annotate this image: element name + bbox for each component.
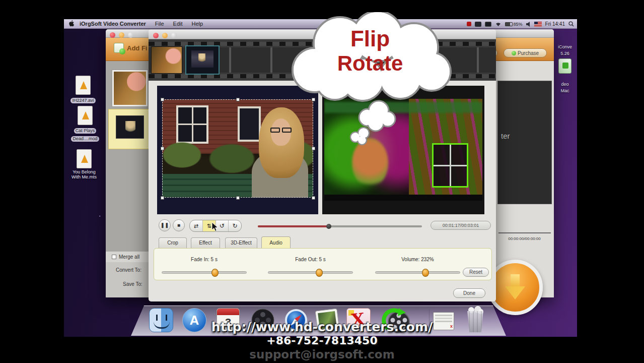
- file-list-item-2-selected[interactable]: [108, 109, 151, 149]
- reset-button[interactable]: Reset: [463, 268, 489, 277]
- thought-bubble-small: [348, 126, 374, 146]
- battery-percent: 85%: [514, 22, 523, 27]
- selection-handle-ml[interactable]: [161, 147, 164, 150]
- rotate-cw-button[interactable]: ↻: [229, 220, 241, 231]
- tab-crop[interactable]: Crop: [159, 237, 187, 248]
- menu-file[interactable]: File: [151, 21, 169, 27]
- menu-app-name[interactable]: iOrgSoft Video Converter: [79, 21, 151, 27]
- add-file-button[interactable]: Add Fi: [114, 43, 147, 53]
- fade-in-slider[interactable]: [162, 271, 247, 274]
- volume-icon[interactable]: [526, 22, 531, 27]
- video-file-icon: [78, 106, 93, 125]
- promo-url: http://www.hd-converters.com/: [0, 320, 644, 334]
- flip-rotate-callout: Flip Rotate: [287, 12, 453, 103]
- video-frame: iOrgSoft Video Converter File Edit Help …: [0, 0, 644, 363]
- selection-handle-bm[interactable]: [236, 196, 240, 200]
- clip-thumbnail-1[interactable]: [151, 46, 182, 74]
- merge-label: Merge all: [119, 254, 139, 260]
- file-thumbnail: [116, 115, 144, 139]
- spotlight-icon[interactable]: [568, 21, 574, 27]
- menu-help[interactable]: Help: [187, 21, 208, 27]
- close-button[interactable]: [110, 32, 115, 38]
- selection-handle-br[interactable]: [312, 196, 315, 200]
- save-to-label: Save To:: [123, 281, 142, 287]
- desktop-icon-label: iConve: [553, 44, 577, 50]
- flipped-window: [432, 143, 468, 188]
- menu-clock[interactable]: Fri 14:41: [545, 21, 565, 27]
- fade-out-label: Fade Out: 5 s: [268, 257, 353, 262]
- zoom-button[interactable]: [171, 33, 177, 38]
- main-seek-slider[interactable]: [498, 232, 551, 233]
- fade-in-label: Fade In: 5 s: [162, 257, 247, 262]
- convert-to-label: Convert To:: [116, 267, 141, 273]
- desktop-icon-converter-dmg[interactable]: iConve 5.26: [553, 43, 577, 74]
- file-list-item-1[interactable]: [112, 70, 148, 107]
- battery-indicator[interactable]: 85%: [505, 22, 523, 27]
- desktop-icon-video-mac[interactable]: deo Mac: [553, 81, 577, 94]
- volume-slider[interactable]: [375, 271, 460, 274]
- selection-handle-tl[interactable]: [161, 98, 164, 101]
- selection-handle-tm[interactable]: [236, 98, 240, 101]
- tab-3d-effect[interactable]: 3D-Effect: [225, 237, 257, 248]
- fade-out-slider[interactable]: [268, 271, 353, 274]
- selection-handle-bl[interactable]: [161, 196, 164, 200]
- stop-button[interactable]: ■: [173, 219, 185, 231]
- watermark-text: ter: [501, 132, 510, 140]
- purchase-button[interactable]: Purchase: [504, 48, 547, 57]
- add-file-label: Add Fi: [127, 44, 147, 52]
- clip-thumbnail-2-selected[interactable]: [185, 45, 220, 75]
- playback-progress-track[interactable]: [258, 225, 422, 227]
- output-settings-strip: Convert To: Save To:: [106, 262, 152, 297]
- desktop-icon-label2: With Me.mts: [68, 174, 100, 180]
- apple-menu-icon[interactable]: [64, 20, 79, 28]
- playback-progress-fill: [258, 225, 329, 227]
- fade-out-knob[interactable]: [316, 269, 323, 277]
- flip-horizontal-button[interactable]: ⇄: [190, 220, 203, 231]
- tab-audio-active[interactable]: Audio: [261, 236, 291, 248]
- purchase-cart-icon: [512, 51, 516, 55]
- desktop-icon-label: deo: [553, 82, 577, 87]
- playback-progress-knob[interactable]: [326, 224, 331, 229]
- promo-phone: +86-752-7813450: [0, 334, 644, 347]
- volume-knob[interactable]: [422, 269, 429, 277]
- close-button[interactable]: [153, 33, 159, 38]
- menu-extra-icon[interactable]: [475, 22, 481, 27]
- file-thumbnail: [114, 72, 146, 105]
- selection-handle-mr[interactable]: [312, 147, 315, 150]
- source-preview-pane: [157, 86, 318, 214]
- desktop-icon-cat-plays[interactable]: Cat Plays Dead....mod: [69, 106, 101, 142]
- wifi-icon[interactable]: [495, 22, 502, 27]
- video-file-icon: [76, 76, 91, 95]
- tab-effect[interactable]: Effect: [191, 237, 220, 248]
- menu-extra2-icon[interactable]: [485, 22, 491, 27]
- input-language-flag-icon[interactable]: [534, 22, 542, 27]
- callout-text: Flip Rotate: [305, 26, 436, 76]
- battery-icon: [505, 22, 513, 26]
- audio-panel: Fade In: 5 s Fade Out: 5 s Volume: 232% …: [154, 248, 492, 280]
- desktop-icon-label2: Dead....mod: [71, 136, 99, 142]
- desktop-icon-you-belong[interactable]: You Belong With Me.mts: [68, 149, 100, 180]
- fade-in-knob[interactable]: [211, 269, 219, 277]
- done-button[interactable]: Done: [453, 288, 485, 298]
- video-file-icon: [77, 149, 92, 168]
- callout-line1: Flip: [305, 26, 436, 51]
- main-preview-screen: ter: [497, 81, 552, 204]
- record-status-icon[interactable]: [467, 22, 471, 26]
- desktop-icon-label: IH2247.avi: [70, 98, 95, 103]
- output-video-flipped: [324, 99, 482, 201]
- menu-edit[interactable]: Edit: [169, 21, 187, 27]
- output-preview-pane: [322, 86, 484, 214]
- pause-button[interactable]: ❚❚: [159, 219, 171, 231]
- add-file-icon: [114, 43, 124, 53]
- desktop-icon-avi[interactable]: IH2247.avi: [67, 76, 99, 104]
- crop-selection[interactable]: [162, 99, 313, 198]
- tab-bar: Crop Effect 3D-Effect Audio: [149, 237, 496, 249]
- desktop-icon-label2: Mac: [553, 88, 577, 94]
- promo-email: support@iorgsoft.com: [0, 348, 644, 361]
- merge-checkbox[interactable]: [112, 255, 116, 259]
- installer-icon: [558, 58, 571, 74]
- main-time-display: 00:00:00/00:00:00: [495, 236, 554, 241]
- minimize-button[interactable]: [162, 33, 168, 38]
- zoom-button[interactable]: [128, 32, 133, 38]
- minimize-button[interactable]: [119, 32, 124, 38]
